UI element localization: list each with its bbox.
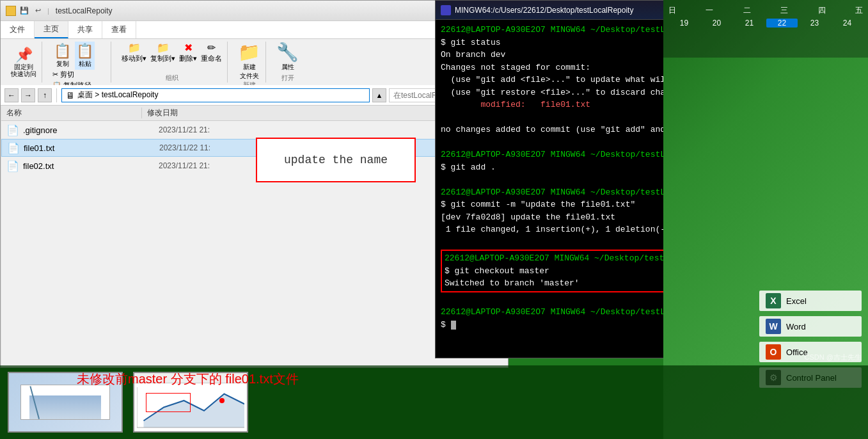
properties-button[interactable]: 🔧 属性 (276, 42, 299, 72)
nav-up-button[interactable]: ↑ (38, 88, 52, 102)
file-name-file02: file02.txt (23, 161, 151, 171)
address-path[interactable]: 🖥 桌面 > testLocalRepoity (61, 88, 370, 102)
terminal-title: MINGW64:/c/Users/22612/Desktop/testLocal… (441, 5, 633, 15)
terminal-icon (441, 5, 451, 15)
cal-day-2: 二 (743, 5, 751, 16)
cal-date-19: 19 (668, 19, 700, 28)
cal-date-20: 20 (701, 19, 732, 28)
note-box: update the name (256, 138, 416, 182)
watermark: CSDN @吉士先生 (805, 353, 862, 362)
nav-back-button[interactable]: ← (4, 88, 19, 102)
cut-button[interactable]: ✂剪切 (52, 70, 106, 79)
word-app-icon: W (766, 319, 781, 334)
office-app-icon: O (766, 344, 781, 360)
title-bar-left: 💾 ↩ | testLocalRepoity (6, 6, 113, 16)
pin-to-quickaccess-button[interactable]: 📌 固定到快速访问 (11, 47, 36, 77)
organize-label: 组织 (122, 74, 222, 83)
title-bar: 💾 ↩ | testLocalRepoity ? ▲ — □ ✕ (1, 1, 508, 21)
tab-file[interactable]: 文件 (1, 21, 35, 38)
file-list-area: 名称 修改日期 📄 .gitignore 2023/11/21 21: 📄 fi… (1, 106, 508, 367)
tab-home[interactable]: 主页 (35, 21, 68, 38)
open-label: 打开 (281, 74, 294, 83)
quick-access-undo[interactable]: ↩ (35, 6, 41, 15)
calendar-header: 日 一 二 三 四 五 (668, 5, 863, 16)
file-icon-gitignore: 📄 (6, 124, 19, 136)
folder-icon (6, 6, 16, 16)
cal-date-23: 23 (799, 19, 830, 28)
file-explorer-window: 💾 ↩ | testLocalRepoity ? ▲ — □ ✕ 文件 主页 共… (0, 0, 509, 368)
ribbon-tabs: 文件 主页 共享 查看 ▲ ? (1, 21, 508, 39)
word-icon-item[interactable]: W Word (759, 316, 862, 337)
cal-date-22: 22 (766, 19, 798, 28)
file-list: 📄 .gitignore 2023/11/21 21: 📄 file01.txt… (1, 121, 508, 367)
file-item-file02[interactable]: 📄 file02.txt 2023/11/21 21: (1, 157, 508, 175)
paste-button[interactable]: 📋 粘贴 (75, 42, 95, 70)
cal-day-3: 三 (780, 5, 788, 16)
cal-day-1: 一 (706, 5, 713, 16)
delete-button[interactable]: ✖删除▾ (179, 42, 197, 63)
file-icon-file02: 📄 (6, 160, 19, 172)
quick-access-save[interactable]: 💾 (20, 6, 29, 15)
file-item-gitignore[interactable]: 📄 .gitignore 2023/11/21 21: (1, 121, 508, 139)
address-bar: ← → ↑ 🖥 桌面 > testLocalRepoity ▲ (1, 85, 508, 106)
word-label: Word (786, 322, 806, 331)
window-title: testLocalRepoity (56, 6, 113, 15)
rename-button[interactable]: ✏重命名 (201, 42, 222, 63)
file-name-file01: file01.txt (24, 143, 152, 153)
column-name[interactable]: 名称 (1, 108, 142, 118)
copy-to-button[interactable]: 📁复制到▾ (150, 42, 175, 63)
cal-date-21: 21 (734, 19, 765, 28)
file-main: 名称 修改日期 📄 .gitignore 2023/11/21 21: 📄 fi… (1, 106, 508, 367)
tab-view[interactable]: 查看 (102, 21, 136, 38)
cal-day-5: 五 (855, 5, 863, 16)
cal-date-24: 24 (832, 19, 863, 28)
nav-forward-button[interactable]: → (21, 88, 35, 102)
copy-button[interactable]: 📋 复制 (52, 42, 72, 70)
excel-icon-item[interactable]: X Excel (759, 291, 862, 311)
title-separator: | (47, 7, 49, 15)
tab-share[interactable]: 共享 (68, 21, 102, 38)
cal-day-4: 四 (818, 5, 826, 16)
file-list-header: 名称 修改日期 (1, 106, 508, 121)
excel-label: Excel (786, 296, 807, 306)
new-folder-button[interactable]: 📁 新建文件夹 (238, 42, 260, 81)
collapse-address-button[interactable]: ▲ (372, 88, 386, 102)
excel-app-icon: X (766, 293, 781, 308)
file-name-gitignore: .gitignore (23, 125, 151, 135)
move-to-button[interactable]: 📁移动到▾ (122, 42, 146, 63)
cal-day-0: 日 (668, 5, 676, 16)
file-icon-file01: 📄 (7, 142, 20, 154)
calendar-days: 19 20 21 22 23 24 (668, 19, 863, 28)
ribbon-content: 📌 固定到快速访问 📋 复制 📋 粘贴 ✂剪切 (1, 39, 508, 85)
file-item-file01[interactable]: 📄 file01.txt 2023/11/22 11: (1, 139, 508, 157)
calendar-area: 日 一 二 三 四 五 19 20 21 22 23 24 (663, 0, 868, 58)
annotation-text: 未修改前master 分支下的 file01.txt文件 (77, 371, 299, 388)
